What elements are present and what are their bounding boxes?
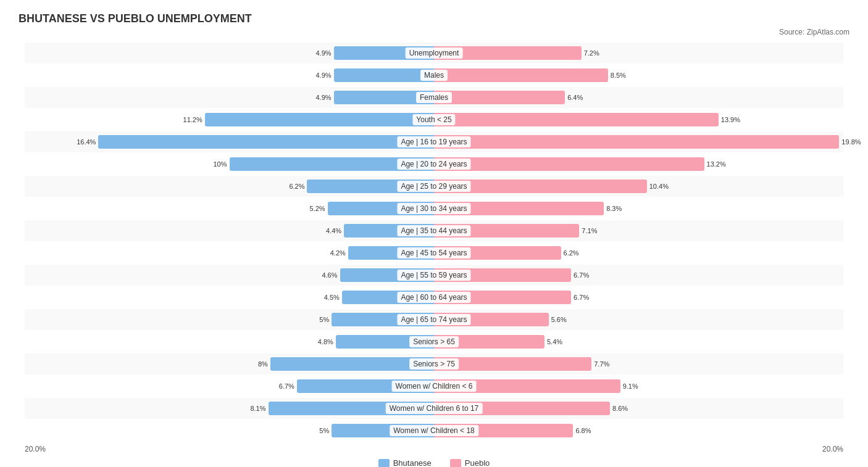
bar-pueblo: 19.8% (434, 135, 839, 149)
bar-bhutanese: 4.9% (334, 91, 434, 104)
axis-left: 20.0% (25, 445, 46, 453)
bar-pueblo: 6.2% (434, 246, 561, 260)
bar-pueblo: 7.1% (434, 224, 579, 238)
val-right: 6.7% (571, 271, 589, 279)
bar-pueblo: 6.7% (434, 268, 571, 282)
val-left: 6.2% (289, 183, 307, 190)
table-row: 6.7% Women w/ Children < 6 9.1% (25, 376, 843, 397)
bar-pueblo: 7.2% (434, 46, 582, 60)
val-left: 5.2% (310, 205, 328, 212)
table-row: 4.5% Age | 60 to 64 years 6.7% (25, 287, 843, 308)
legend-label-pueblo: Pueblo (465, 458, 490, 467)
val-left: 11.2% (183, 116, 205, 123)
page-title: BHUTANESE VS PUEBLO UNEMPLOYMENT (19, 12, 849, 25)
bar-bhutanese: 5% (332, 313, 434, 326)
table-row: 8% Seniors > 75 7.7% (25, 353, 843, 374)
val-right: 10.4% (647, 183, 669, 190)
bar-pueblo: 10.4% (434, 180, 647, 193)
val-left: 10% (213, 160, 229, 168)
val-right: 13.2% (704, 160, 726, 168)
bar-bhutanese: 5% (332, 424, 434, 437)
bar-pueblo: 9.1% (434, 379, 620, 393)
bar-bhutanese: 11.2% (205, 113, 434, 126)
table-row: 4.9% Males 8.5% (25, 65, 843, 86)
val-left: 8.1% (250, 405, 268, 412)
val-right: 7.7% (591, 360, 609, 368)
val-left: 4.9% (316, 49, 334, 57)
bar-pueblo: 5.6% (434, 313, 549, 326)
bar-pueblo: 13.9% (434, 113, 719, 126)
bar-pueblo: 6.4% (434, 91, 565, 104)
table-row: 4.4% Age | 35 to 44 years 7.1% (25, 220, 843, 241)
val-left: 4.2% (330, 249, 348, 257)
table-row: 4.9% Unemployment 7.2% (25, 43, 843, 64)
bar-bhutanese: 4.9% (334, 68, 434, 82)
val-right: 5.4% (545, 338, 562, 345)
bar-bhutanese: 16.4% (98, 135, 434, 149)
val-right: 8.6% (610, 405, 628, 412)
val-right: 13.9% (719, 116, 740, 123)
bar-bhutanese: 4.2% (348, 246, 434, 260)
bar-pueblo: 8.6% (434, 402, 610, 415)
rows-wrapper: 4.9% Unemployment 7.2% 4.9% Males (25, 43, 843, 441)
table-row: 4.2% Age | 45 to 54 years 6.2% (25, 242, 843, 263)
bar-pueblo: 8.5% (434, 68, 608, 82)
bar-bhutanese: 5.2% (328, 202, 434, 215)
val-right: 6.2% (561, 249, 579, 257)
val-left: 8% (258, 360, 270, 368)
bar-pueblo: 6.8% (434, 424, 573, 437)
table-row: 4.8% Seniors > 65 5.4% (25, 331, 843, 352)
bar-bhutanese: 8% (270, 357, 434, 371)
bar-bhutanese: 8.1% (269, 402, 435, 415)
table-row: 6.2% Age | 25 to 29 years 10.4% (25, 176, 843, 197)
val-left: 5% (319, 316, 332, 323)
table-row: 5% Women w/ Children < 18 6.8% (25, 420, 843, 441)
bar-pueblo: 7.7% (434, 357, 591, 371)
table-row: 5.2% Age | 30 to 34 years 8.3% (25, 198, 843, 219)
table-row: 4.9% Females 6.4% (25, 87, 843, 108)
val-left: 4.8% (318, 338, 336, 345)
legend-box-bhutanese (378, 459, 390, 468)
val-left: 5% (319, 427, 332, 434)
chart-container: 4.9% Unemployment 7.2% 4.9% Males (19, 43, 849, 467)
val-right: 7.2% (582, 49, 599, 57)
val-left: 4.9% (316, 72, 334, 79)
legend-bhutanese: Bhutanese (378, 458, 432, 467)
table-row: 16.4% Age | 16 to 19 years 19.8% (25, 131, 843, 152)
bar-bhutanese: 4.8% (336, 335, 434, 349)
val-left: 4.5% (324, 294, 342, 301)
bar-bhutanese: 4.4% (344, 224, 434, 238)
bar-pueblo: 6.7% (434, 291, 571, 304)
bar-pueblo: 8.3% (434, 202, 604, 215)
val-left: 16.4% (77, 138, 98, 146)
table-row: 4.6% Age | 55 to 59 years 6.7% (25, 265, 843, 286)
val-left: 4.6% (322, 271, 340, 279)
val-left: 4.9% (316, 94, 334, 101)
legend: Bhutanese Pueblo (25, 458, 843, 467)
axis-right: 20.0% (822, 445, 843, 453)
val-right: 6.7% (571, 294, 589, 301)
bar-bhutanese: 4.5% (342, 291, 434, 304)
bar-bhutanese: 4.9% (334, 46, 434, 60)
axis-labels: 20.0% 20.0% (25, 445, 843, 453)
val-right: 7.1% (579, 227, 597, 234)
legend-box-pueblo (450, 459, 461, 468)
val-right: 8.3% (604, 205, 622, 212)
legend-pueblo: Pueblo (450, 458, 490, 467)
bar-pueblo: 5.4% (434, 335, 545, 349)
legend-label-bhutanese: Bhutanese (393, 458, 432, 467)
val-right: 5.6% (549, 316, 567, 323)
bar-bhutanese: 10% (230, 157, 435, 171)
val-left: 4.4% (326, 227, 344, 234)
val-left: 6.7% (279, 382, 297, 390)
val-right: 6.4% (565, 94, 583, 101)
source-label: Source: ZipAtlas.com (19, 28, 849, 36)
val-right: 9.1% (620, 382, 638, 390)
bar-pueblo: 13.2% (434, 157, 704, 171)
table-row: 5% Age | 65 to 74 years 5.6% (25, 309, 843, 330)
val-right: 8.5% (608, 72, 626, 79)
table-row: 10% Age | 20 to 24 years 13.2% (25, 154, 843, 175)
bar-bhutanese: 4.6% (340, 268, 434, 282)
val-right: 19.8% (839, 138, 861, 146)
table-row: 11.2% Youth < 25 13.9% (25, 109, 843, 130)
